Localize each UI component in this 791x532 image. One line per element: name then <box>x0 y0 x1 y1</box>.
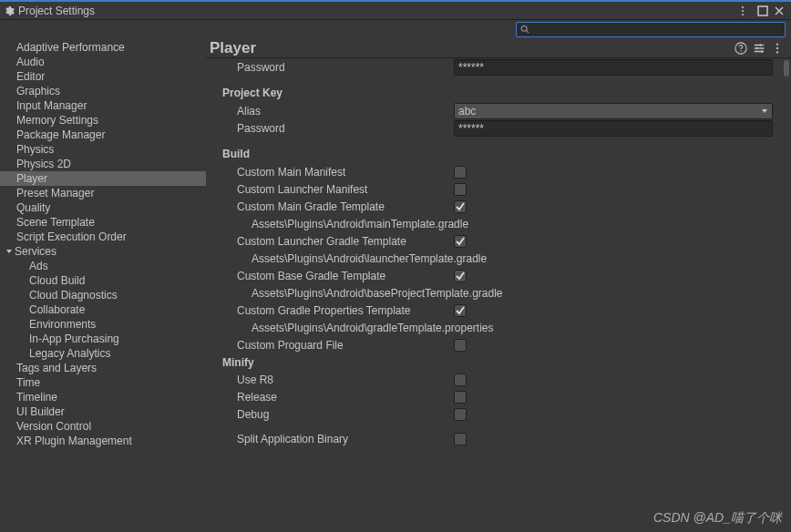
sidebar-item-version-control[interactable]: Version Control <box>0 419 206 434</box>
alias-dropdown[interactable]: abc <box>454 103 773 119</box>
window-title: Project Settings <box>18 5 738 17</box>
sidebar-item-player[interactable]: Player <box>0 171 206 186</box>
password2-label: Password <box>222 122 454 135</box>
sidebar-item-audio[interactable]: Audio <box>0 55 206 69</box>
sidebar-item-cloud-build[interactable]: Cloud Build <box>0 273 206 288</box>
search-icon <box>520 25 529 34</box>
custom-base-gradle-label: Custom Base Gradle Template <box>222 270 454 282</box>
sidebar-item-physics[interactable]: Physics <box>0 142 206 157</box>
custom-launcher-gradle-path: Assets\Plugins\Android\launcherTemplate.… <box>222 252 487 265</box>
sidebar-item-graphics[interactable]: Graphics <box>0 84 206 98</box>
svg-point-7 <box>759 44 762 46</box>
custom-base-gradle-path: Assets\Plugins\Android\baseProjectTempla… <box>222 287 502 300</box>
custom-main-gradle-path: Assets\Plugins\Android\mainTemplate.grad… <box>222 218 468 230</box>
sidebar-item-cloud-diagnostics[interactable]: Cloud Diagnostics <box>0 288 206 302</box>
sidebar-item-script-execution-order[interactable]: Script Execution Order <box>0 230 206 244</box>
content-pane: Player Password Project Key Alias abc <box>206 38 791 532</box>
svg-point-8 <box>756 46 759 49</box>
sidebar-item-legacy-analytics[interactable]: Legacy Analytics <box>0 346 206 361</box>
more-icon[interactable] <box>771 42 784 55</box>
password-label: Password <box>222 61 454 74</box>
sidebar-item-physics-2d[interactable]: Physics 2D <box>0 157 206 171</box>
sidebar-item-memory-settings[interactable]: Memory Settings <box>0 113 206 128</box>
password2-field[interactable] <box>454 120 773 137</box>
custom-launcher-gradle-label: Custom Launcher Gradle Template <box>222 235 454 248</box>
svg-point-1 <box>742 10 744 12</box>
svg-point-0 <box>742 6 744 8</box>
release-checkbox[interactable] <box>454 391 467 404</box>
sidebar-item-ui-builder[interactable]: UI Builder <box>0 404 206 419</box>
sidebar: Adaptive Performance Audio Editor Graphi… <box>0 38 206 532</box>
alias-value: abc <box>458 105 476 118</box>
search-box[interactable] <box>516 22 786 37</box>
custom-proguard-checkbox[interactable] <box>454 339 467 352</box>
sidebar-item-scene-template[interactable]: Scene Template <box>0 215 206 230</box>
custom-launcher-manifest-checkbox[interactable] <box>454 183 467 196</box>
gear-icon <box>4 5 15 16</box>
split-binary-checkbox[interactable] <box>454 433 467 445</box>
custom-main-manifest-label: Custom Main Manifest <box>222 166 454 179</box>
maximize-icon[interactable] <box>757 5 768 16</box>
use-r8-checkbox[interactable] <box>454 373 467 386</box>
split-binary-label: Split Application Binary <box>222 433 454 445</box>
sidebar-item-xr-plugin-management[interactable]: XR Plugin Management <box>0 434 206 448</box>
custom-main-gradle-label: Custom Main Gradle Template <box>222 200 454 213</box>
chevron-down-icon <box>4 246 15 257</box>
sidebar-item-editor[interactable]: Editor <box>0 69 206 84</box>
custom-gradle-props-label: Custom Gradle Properties Template <box>222 304 454 317</box>
svg-point-12 <box>776 51 778 53</box>
custom-gradle-props-checkbox[interactable] <box>454 304 467 317</box>
scrollbar-thumb[interactable] <box>784 60 789 77</box>
custom-base-gradle-checkbox[interactable] <box>454 270 467 282</box>
alias-label: Alias <box>222 105 454 118</box>
sidebar-item-in-app-purchasing[interactable]: In-App Purchasing <box>0 332 206 346</box>
custom-launcher-manifest-label: Custom Launcher Manifest <box>222 183 454 196</box>
chevron-down-icon <box>761 107 768 115</box>
sidebar-item-input-manager[interactable]: Input Manager <box>0 98 206 113</box>
svg-rect-3 <box>758 6 767 15</box>
svg-point-9 <box>761 50 764 53</box>
section-project-key: Project Key <box>222 76 773 102</box>
sidebar-item-environments[interactable]: Environments <box>0 317 206 332</box>
custom-gradle-props-path: Assets\Plugins\Android\gradleTemplate.pr… <box>222 322 493 334</box>
page-title: Player <box>210 39 729 57</box>
search-row <box>0 20 791 38</box>
settings-icon[interactable] <box>753 42 765 55</box>
menu-icon[interactable] <box>741 5 752 16</box>
sidebar-item-tags-layers[interactable]: Tags and Layers <box>0 361 206 375</box>
close-icon[interactable] <box>774 5 785 16</box>
sidebar-item-package-manager[interactable]: Package Manager <box>0 128 206 142</box>
custom-main-gradle-checkbox[interactable] <box>454 200 467 213</box>
sidebar-item-time[interactable]: Time <box>0 375 206 390</box>
content-header: Player <box>206 38 791 58</box>
custom-launcher-gradle-checkbox[interactable] <box>454 235 467 248</box>
debug-checkbox[interactable] <box>454 408 467 421</box>
svg-point-4 <box>521 26 527 31</box>
section-build: Build <box>222 137 773 163</box>
password-field[interactable] <box>454 59 773 76</box>
sidebar-item-timeline[interactable]: Timeline <box>0 390 206 404</box>
sidebar-item-ads[interactable]: Ads <box>0 259 206 273</box>
custom-main-manifest-checkbox[interactable] <box>454 166 467 179</box>
section-minify: Minify <box>222 353 773 371</box>
custom-proguard-label: Custom Proguard File <box>222 339 454 352</box>
content-body: Password Project Key Alias abc Password … <box>206 58 791 532</box>
svg-point-2 <box>742 14 744 15</box>
sidebar-item-label: Services <box>15 244 56 259</box>
svg-point-10 <box>776 43 778 45</box>
sidebar-item-collaborate[interactable]: Collaborate <box>0 302 206 317</box>
debug-label: Debug <box>222 408 454 421</box>
titlebar: Project Settings <box>0 0 791 20</box>
help-icon[interactable] <box>734 42 747 55</box>
svg-point-6 <box>740 50 741 51</box>
sidebar-item-services[interactable]: Services <box>0 244 206 259</box>
svg-point-11 <box>776 46 778 48</box>
release-label: Release <box>222 391 454 404</box>
sidebar-item-preset-manager[interactable]: Preset Manager <box>0 186 206 200</box>
sidebar-item-adaptive-performance[interactable]: Adaptive Performance <box>0 40 206 55</box>
sidebar-item-quality[interactable]: Quality <box>0 200 206 215</box>
search-input[interactable] <box>533 24 781 35</box>
use-r8-label: Use R8 <box>222 373 454 386</box>
